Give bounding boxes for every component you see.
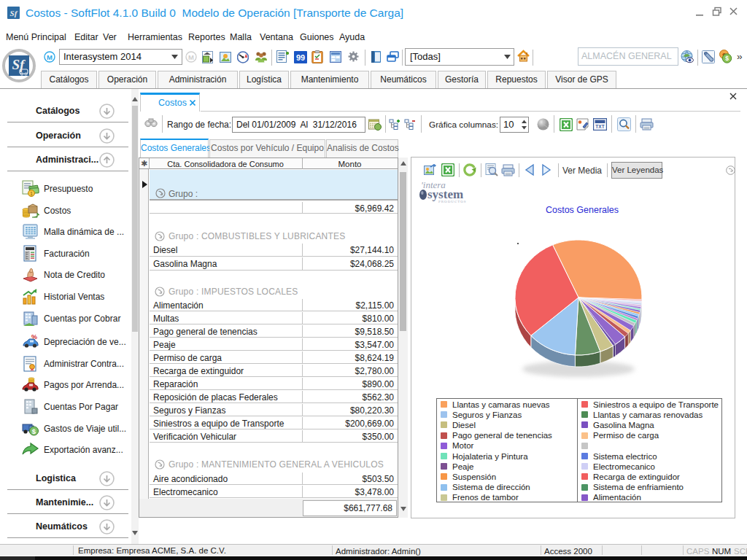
svg-text:Sf: Sf bbox=[12, 57, 26, 72]
